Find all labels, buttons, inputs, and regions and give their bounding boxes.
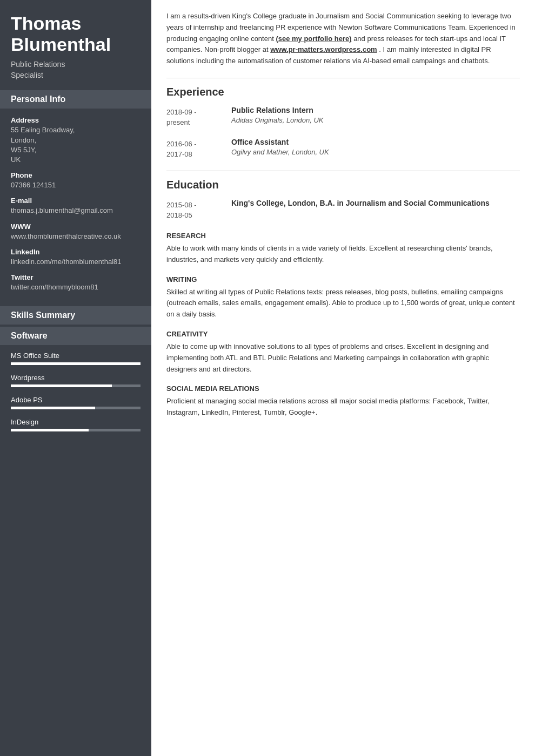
skill-cat-desc: Skilled at writing all types of Public R…: [166, 287, 520, 320]
skill-item: InDesign: [11, 418, 141, 431]
edu-date: 2015-08 -2018-05: [166, 199, 231, 221]
experience-list: 2018-09 -present Public Relations Intern…: [166, 106, 520, 160]
experience-divider: [166, 78, 520, 78]
skill-bar-bg: [11, 407, 141, 409]
skill-category: CREATIVITY Able to come up with innovati…: [166, 330, 520, 375]
skills-summary-main: RESEARCH Able to work with many kinds of…: [166, 232, 520, 418]
education-divider: [166, 171, 520, 171]
skill-bar-fill: [11, 429, 89, 431]
skill-bar-fill: [11, 407, 95, 409]
skill-item: MS Office Suite: [11, 352, 141, 365]
skill-cat-desc: Able to work with many kinds of clients …: [166, 243, 520, 266]
table-row: 2018-09 -present Public Relations Intern…: [166, 106, 520, 128]
exp-role: Office Assistant: [231, 138, 520, 146]
skill-name: Wordpress: [11, 374, 141, 382]
software-items: MS Office Suite Wordpress Adobe PS InDes…: [0, 345, 151, 447]
exp-date: 2018-09 -present: [166, 106, 231, 128]
linkedin-value: linkedin.com/me/thomblumenthal81: [11, 257, 141, 267]
skill-name: InDesign: [11, 418, 141, 426]
edu-institution: King's College, London, B.A. in Journali…: [231, 199, 520, 207]
email-value: thomas.j.blumenthal@gmail.com: [11, 206, 141, 215]
linkedin-label: LinkedIn: [11, 248, 141, 256]
email-label: E-mail: [11, 197, 141, 205]
linkedin-block: LinkedIn linkedin.com/me/thomblumenthal8…: [11, 248, 141, 267]
table-row: 2016-06 -2017-08 Office Assistant Ogilvy…: [166, 138, 520, 160]
skills-section: Software MS Office Suite Wordpress Adobe…: [0, 327, 151, 447]
twitter-block: Twitter twitter.com/thommybloom81: [11, 273, 141, 292]
main-content: I am a results-driven King's College gra…: [151, 0, 535, 756]
skill-cat-title: WRITING: [166, 275, 520, 284]
candidate-title: Public Relations Specialist: [11, 59, 141, 80]
skill-bar-bg: [11, 384, 141, 387]
exp-company: Adidas Originals, London, UK: [231, 116, 520, 124]
sidebar-header: Thomas Blumenthal Public Relations Speci…: [0, 0, 151, 90]
skill-item: Wordpress: [11, 374, 141, 387]
skill-category: RESEARCH Able to work with many kinds of…: [166, 232, 520, 266]
personal-info-header: Personal Info: [0, 90, 151, 109]
skill-cat-title: SOCIAL MEDIA RELATIONS: [166, 384, 520, 393]
exp-date: 2016-06 -2017-08: [166, 138, 231, 160]
skill-name: MS Office Suite: [11, 352, 141, 360]
exp-details: Office Assistant Ogilvy and Mather, Lond…: [231, 138, 520, 160]
skill-category: SOCIAL MEDIA RELATIONS Proficient at man…: [166, 384, 520, 418]
sidebar: Thomas Blumenthal Public Relations Speci…: [0, 0, 151, 756]
education-title: Education: [166, 179, 520, 191]
address-value: 55 Ealing Broadway,London,W5 5JY,UK: [11, 125, 141, 165]
experience-title: Experience: [166, 86, 520, 98]
personal-info-section: Address 55 Ealing Broadway,London,W5 5JY…: [0, 109, 151, 306]
email-block: E-mail thomas.j.blumenthal@gmail.com: [11, 197, 141, 215]
experience-section: Experience 2018-09 -present Public Relat…: [166, 78, 520, 160]
education-section: Education 2015-08 -2018-05 King's Colleg…: [166, 171, 520, 221]
skill-category: WRITING Skilled at writing all types of …: [166, 275, 520, 320]
address-block: Address 55 Ealing Broadway,London,W5 5JY…: [11, 116, 141, 165]
skill-bar-fill: [11, 362, 141, 365]
software-header: Software: [0, 327, 151, 345]
twitter-value: twitter.com/thommybloom81: [11, 282, 141, 292]
twitter-label: Twitter: [11, 273, 141, 281]
table-row: 2015-08 -2018-05 King's College, London,…: [166, 199, 520, 221]
edu-details: King's College, London, B.A. in Journali…: [231, 199, 520, 221]
blog-link[interactable]: www.pr-matters.wordpress.com: [270, 45, 377, 53]
skill-cat-title: CREATIVITY: [166, 330, 520, 338]
phone-label: Phone: [11, 171, 141, 179]
skill-item: Adobe PS: [11, 396, 141, 409]
exp-company: Ogilvy and Mather, London, UK: [231, 148, 520, 156]
skill-name: Adobe PS: [11, 396, 141, 404]
skill-bar-bg: [11, 362, 141, 365]
exp-role: Public Relations Intern: [231, 106, 520, 114]
skill-cat-desc: Proficient at managing social media rela…: [166, 396, 520, 418]
portfolio-link[interactable]: (see my portfolio here): [276, 35, 351, 43]
skills-categories: RESEARCH Able to work with many kinds of…: [166, 232, 520, 418]
education-list: 2015-08 -2018-05 King's College, London,…: [166, 199, 520, 221]
skill-cat-desc: Able to come up with innovative solution…: [166, 341, 520, 375]
summary-text: I am a results-driven King's College gra…: [166, 11, 520, 67]
www-label: WWW: [11, 222, 141, 231]
www-value: www.thomblumenthalcreative.co.uk: [11, 232, 141, 241]
phone-value: 07366 124151: [11, 180, 141, 190]
skill-cat-title: RESEARCH: [166, 232, 520, 240]
www-block: WWW www.thomblumenthalcreative.co.uk: [11, 222, 141, 241]
exp-details: Public Relations Intern Adidas Originals…: [231, 106, 520, 128]
phone-block: Phone 07366 124151: [11, 171, 141, 190]
candidate-name: Thomas Blumenthal: [11, 13, 141, 55]
skill-bar-fill: [11, 384, 112, 387]
skill-bar-bg: [11, 429, 141, 431]
skills-summary-header: Skills Summary: [0, 306, 151, 325]
address-label: Address: [11, 116, 141, 124]
